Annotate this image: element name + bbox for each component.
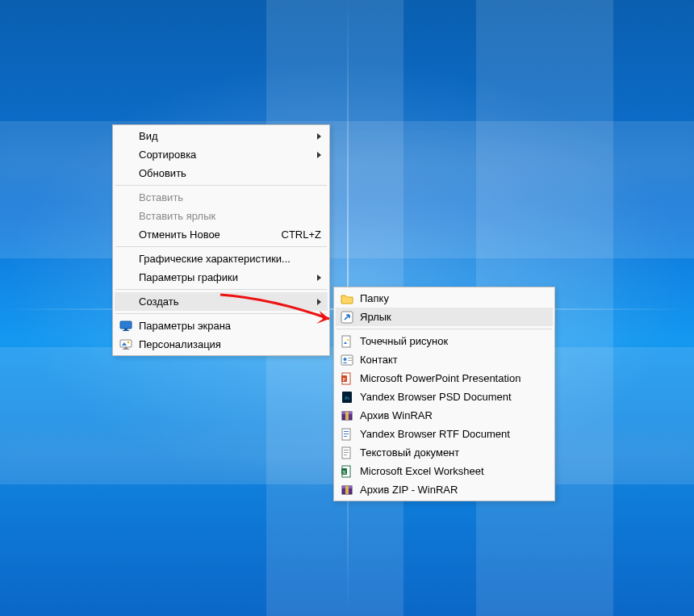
menu-separator: [115, 289, 327, 290]
svg-rect-28: [344, 452, 349, 453]
context_menu-item[interactable]: Вид: [115, 127, 328, 145]
desktop-wallpaper[interactable]: ВидСортировкаОбновитьВставитьВставить яр…: [0, 0, 694, 616]
menu-separator: [337, 329, 552, 329]
context_menu-item[interactable]: Создать: [115, 292, 328, 311]
menu-item-label: Контакт: [360, 354, 398, 366]
submenu_create-item[interactable]: Архив ZIP - WinRAR: [336, 480, 553, 499]
svg-rect-5: [123, 349, 129, 350]
svg-rect-2: [123, 330, 129, 331]
menu-item-label: Создать: [139, 295, 178, 308]
shortcut-icon: [341, 311, 353, 324]
submenu_create-item[interactable]: Ярлык: [336, 308, 553, 326]
folder-icon: [341, 292, 353, 305]
menu-item-label: Microsoft Excel Worksheet: [360, 465, 484, 477]
winrar-icon: [341, 484, 353, 497]
svg-point-9: [347, 339, 349, 341]
svg-rect-21: [345, 412, 349, 420]
submenu_create-item[interactable]: Папку: [336, 289, 553, 308]
excel-icon: X: [341, 465, 353, 478]
submenu_create-item[interactable]: PsYandex Browser PSD Document: [336, 388, 553, 406]
context_menu-item[interactable]: Персонализация: [115, 335, 328, 354]
submenu_create-item[interactable]: XMicrosoft Excel Worksheet: [336, 462, 553, 480]
contact-icon: [341, 354, 353, 367]
display-icon: [119, 320, 132, 333]
submenu-arrow-icon: [317, 133, 321, 140]
personalize-icon: [119, 338, 132, 351]
submenu_create-item[interactable]: PMicrosoft PowerPoint Presentation: [336, 369, 553, 388]
powerpoint-icon: P: [341, 372, 353, 385]
menu-item-label: Вставить ярлык: [139, 210, 215, 222]
svg-rect-35: [345, 486, 349, 494]
svg-text:X: X: [342, 468, 346, 475]
menu-item-label: Вставить: [139, 191, 183, 203]
create-submenu: ПапкуЯрлыкТочечный рисунокКонтактPMicros…: [333, 287, 555, 501]
menu-item-label: Microsoft PowerPoint Presentation: [360, 372, 520, 384]
context_menu-item[interactable]: Сортировка: [115, 145, 328, 164]
svg-rect-6: [124, 347, 128, 349]
svg-point-4: [128, 341, 130, 343]
context_menu-item[interactable]: Графические характеристики...: [115, 249, 328, 268]
menu-separator: [115, 313, 327, 314]
menu-item-label: Текстовый документ: [360, 446, 459, 459]
submenu_create-item[interactable]: Текстовый документ: [336, 443, 553, 462]
svg-point-11: [344, 358, 347, 361]
svg-rect-29: [344, 455, 347, 455]
submenu-arrow-icon: [317, 299, 321, 305]
menu-item-label: Ярлык: [360, 311, 391, 323]
text-icon: [341, 446, 353, 459]
submenu_create-item[interactable]: Контакт: [336, 350, 553, 369]
menu-item-label: Параметры графики: [139, 271, 238, 283]
menu-item-label: Архив WinRAR: [360, 409, 433, 421]
submenu-arrow-icon: [317, 152, 321, 158]
svg-text:P: P: [343, 375, 346, 382]
menu-item-shortcut: CTRL+Z: [265, 228, 321, 241]
submenu_create-item[interactable]: Точечный рисунок: [336, 332, 553, 350]
svg-rect-13: [348, 360, 352, 361]
submenu-arrow-icon: [317, 274, 321, 281]
svg-rect-12: [348, 358, 352, 358]
menu-item-label: Yandex Browser RTF Document: [360, 428, 510, 440]
svg-rect-1: [124, 329, 128, 330]
svg-text:Ps: Ps: [345, 396, 349, 400]
svg-rect-27: [344, 450, 349, 450]
submenu_create-item[interactable]: Архив WinRAR: [336, 406, 553, 425]
psd-icon: Ps: [341, 391, 353, 404]
context_menu-item: Вставить ярлык: [115, 207, 328, 225]
menu-item-label: Персонализация: [139, 338, 221, 350]
winrar-icon: [341, 409, 353, 422]
menu-item-label: Вид: [139, 130, 158, 142]
menu-item-label: Параметры экрана: [139, 320, 231, 332]
menu-item-label: Yandex Browser PSD Document: [360, 391, 512, 403]
menu-item-label: Обновить: [139, 167, 186, 179]
context_menu-item[interactable]: Отменить НовоеCTRL+Z: [115, 225, 328, 244]
submenu_create-item[interactable]: Yandex Browser RTF Document: [336, 425, 553, 443]
svg-rect-23: [344, 431, 349, 432]
menu-item-label: Архив ZIP - WinRAR: [360, 484, 458, 496]
menu-separator: [115, 185, 327, 186]
context_menu-item[interactable]: Параметры экрана: [115, 316, 328, 335]
menu-item-label: Отменить Новое: [139, 228, 220, 241]
menu-item-label: Сортировка: [139, 149, 196, 161]
svg-rect-0: [120, 321, 132, 329]
menu-item-label: Графические характеристики...: [139, 253, 291, 265]
context_menu-item[interactable]: Параметры графики: [115, 268, 328, 287]
menu-item-label: Точечный рисунок: [360, 335, 448, 347]
desktop-context-menu: ВидСортировкаОбновитьВставитьВставить яр…: [112, 124, 330, 356]
menu-item-label: Папку: [360, 292, 389, 304]
context_menu-item: Вставить: [115, 188, 328, 207]
svg-rect-3: [120, 340, 132, 347]
context_menu-item[interactable]: Обновить: [115, 164, 328, 182]
svg-rect-8: [342, 336, 350, 347]
svg-rect-24: [344, 434, 349, 434]
svg-rect-25: [344, 436, 347, 437]
menu-separator: [115, 246, 327, 247]
bitmap-icon: [341, 335, 353, 348]
rtf-icon: [341, 428, 353, 441]
